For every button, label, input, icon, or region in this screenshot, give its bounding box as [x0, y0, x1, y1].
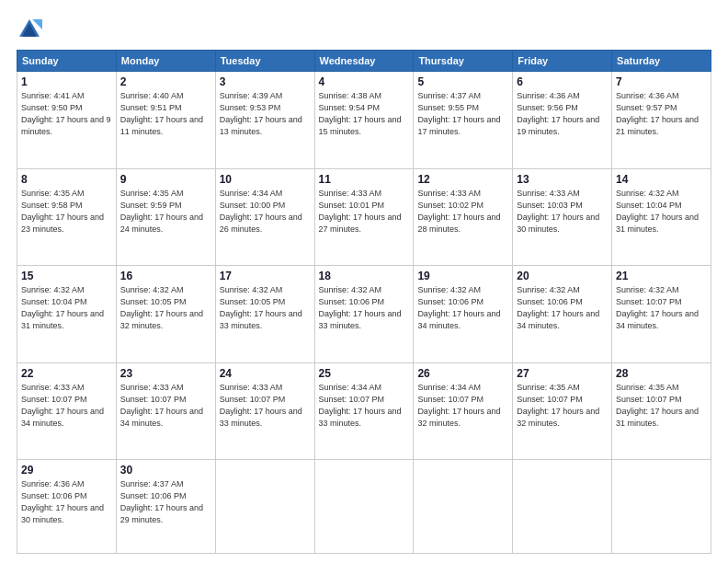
calendar-cell: 13 Sunrise: 4:33 AMSunset: 10:03 PMDayli…	[513, 168, 612, 266]
calendar-cell: 1 Sunrise: 4:41 AMSunset: 9:50 PMDayligh…	[17, 72, 117, 169]
day-number: 20	[517, 270, 608, 282]
calendar-cell	[314, 460, 414, 554]
day-number: 29	[21, 464, 112, 477]
calendar-week-row: 1 Sunrise: 4:41 AMSunset: 9:50 PMDayligh…	[17, 72, 711, 169]
day-number: 6	[517, 75, 608, 88]
day-info: Sunrise: 4:34 AMSunset: 10:07 PMDaylight…	[319, 383, 402, 428]
day-number: 28	[616, 367, 707, 380]
calendar-cell: 18 Sunrise: 4:32 AMSunset: 10:06 PMDayli…	[314, 266, 414, 363]
day-info: Sunrise: 4:35 AMSunset: 10:07 PMDaylight…	[616, 383, 699, 428]
day-header-saturday: Saturday	[612, 51, 711, 72]
day-number: 21	[616, 270, 707, 282]
calendar-header-row: SundayMondayTuesdayWednesdayThursdayFrid…	[17, 51, 711, 72]
day-number: 1	[21, 75, 112, 88]
day-info: Sunrise: 4:32 AMSunset: 10:06 PMDaylight…	[517, 285, 599, 330]
day-number: 12	[417, 173, 508, 186]
day-number: 18	[319, 270, 410, 282]
calendar-cell: 26 Sunrise: 4:34 AMSunset: 10:07 PMDayli…	[414, 362, 513, 460]
day-number: 10	[220, 173, 311, 186]
day-info: Sunrise: 4:40 AMSunset: 9:51 PMDaylight:…	[120, 91, 203, 136]
calendar-cell	[414, 460, 513, 554]
day-info: Sunrise: 4:32 AMSunset: 10:04 PMDaylight…	[21, 285, 104, 330]
day-header-tuesday: Tuesday	[215, 51, 314, 72]
day-info: Sunrise: 4:37 AMSunset: 9:55 PMDaylight:…	[417, 91, 500, 136]
day-info: Sunrise: 4:33 AMSunset: 10:01 PMDaylight…	[319, 189, 402, 234]
calendar-cell: 10 Sunrise: 4:34 AMSunset: 10:00 PMDayli…	[215, 168, 314, 266]
calendar-cell: 17 Sunrise: 4:32 AMSunset: 10:05 PMDayli…	[215, 266, 314, 363]
day-info: Sunrise: 4:35 AMSunset: 9:59 PMDaylight:…	[120, 189, 203, 234]
day-number: 7	[616, 75, 707, 88]
day-info: Sunrise: 4:36 AMSunset: 9:57 PMDaylight:…	[616, 91, 699, 136]
day-number: 26	[417, 367, 508, 380]
day-info: Sunrise: 4:35 AMSunset: 10:07 PMDaylight…	[517, 383, 599, 428]
day-info: Sunrise: 4:32 AMSunset: 10:05 PMDaylight…	[220, 285, 302, 330]
day-info: Sunrise: 4:33 AMSunset: 10:07 PMDaylight…	[21, 383, 104, 428]
calendar-table: SundayMondayTuesdayWednesdayThursdayFrid…	[17, 50, 711, 554]
calendar-cell: 11 Sunrise: 4:33 AMSunset: 10:01 PMDayli…	[314, 168, 414, 266]
calendar-cell: 30 Sunrise: 4:37 AMSunset: 10:06 PMDayli…	[116, 460, 215, 554]
calendar-week-row: 8 Sunrise: 4:35 AMSunset: 9:58 PMDayligh…	[17, 168, 711, 266]
calendar-cell: 19 Sunrise: 4:32 AMSunset: 10:06 PMDayli…	[414, 266, 513, 363]
day-header-sunday: Sunday	[17, 51, 117, 72]
day-info: Sunrise: 4:35 AMSunset: 9:58 PMDaylight:…	[21, 189, 104, 234]
calendar-cell: 9 Sunrise: 4:35 AMSunset: 9:59 PMDayligh…	[116, 168, 215, 266]
day-number: 25	[319, 367, 410, 380]
calendar-cell: 27 Sunrise: 4:35 AMSunset: 10:07 PMDayli…	[513, 362, 612, 460]
calendar-cell: 12 Sunrise: 4:33 AMSunset: 10:02 PMDayli…	[414, 168, 513, 266]
day-header-thursday: Thursday	[414, 51, 513, 72]
calendar-cell: 7 Sunrise: 4:36 AMSunset: 9:57 PMDayligh…	[612, 72, 711, 169]
day-info: Sunrise: 4:32 AMSunset: 10:06 PMDaylight…	[417, 285, 500, 330]
calendar-cell: 4 Sunrise: 4:38 AMSunset: 9:54 PMDayligh…	[314, 72, 414, 169]
day-header-monday: Monday	[116, 51, 215, 72]
calendar-cell: 15 Sunrise: 4:32 AMSunset: 10:04 PMDayli…	[17, 266, 117, 363]
day-number: 22	[21, 367, 112, 380]
calendar-cell: 14 Sunrise: 4:32 AMSunset: 10:04 PMDayli…	[612, 168, 711, 266]
day-info: Sunrise: 4:36 AMSunset: 10:06 PMDaylight…	[21, 479, 104, 524]
day-number: 2	[120, 75, 211, 88]
calendar-cell: 29 Sunrise: 4:36 AMSunset: 10:06 PMDayli…	[17, 460, 117, 554]
calendar-cell: 22 Sunrise: 4:33 AMSunset: 10:07 PMDayli…	[17, 362, 117, 460]
calendar-cell: 25 Sunrise: 4:34 AMSunset: 10:07 PMDayli…	[314, 362, 414, 460]
day-number: 8	[21, 173, 112, 186]
day-number: 23	[120, 367, 211, 380]
calendar-cell: 6 Sunrise: 4:36 AMSunset: 9:56 PMDayligh…	[513, 72, 612, 169]
calendar-cell: 24 Sunrise: 4:33 AMSunset: 10:07 PMDayli…	[215, 362, 314, 460]
logo	[17, 17, 46, 42]
day-number: 4	[319, 75, 410, 88]
day-info: Sunrise: 4:39 AMSunset: 9:53 PMDaylight:…	[220, 91, 302, 136]
calendar-cell: 8 Sunrise: 4:35 AMSunset: 9:58 PMDayligh…	[17, 168, 117, 266]
header	[17, 17, 711, 42]
calendar-cell: 2 Sunrise: 4:40 AMSunset: 9:51 PMDayligh…	[116, 72, 215, 169]
calendar-cell: 21 Sunrise: 4:32 AMSunset: 10:07 PMDayli…	[612, 266, 711, 363]
day-number: 9	[120, 173, 211, 186]
day-info: Sunrise: 4:33 AMSunset: 10:07 PMDaylight…	[220, 383, 302, 428]
calendar-cell: 16 Sunrise: 4:32 AMSunset: 10:05 PMDayli…	[116, 266, 215, 363]
day-number: 3	[220, 75, 311, 88]
day-info: Sunrise: 4:32 AMSunset: 10:04 PMDaylight…	[616, 189, 699, 234]
day-number: 19	[417, 270, 508, 282]
day-info: Sunrise: 4:32 AMSunset: 10:05 PMDaylight…	[120, 285, 203, 330]
day-number: 16	[120, 270, 211, 282]
day-info: Sunrise: 4:34 AMSunset: 10:07 PMDaylight…	[417, 383, 500, 428]
day-number: 14	[616, 173, 707, 186]
day-number: 30	[120, 464, 211, 477]
calendar-cell: 28 Sunrise: 4:35 AMSunset: 10:07 PMDayli…	[612, 362, 711, 460]
calendar-cell	[215, 460, 314, 554]
calendar-cell	[513, 460, 612, 554]
day-info: Sunrise: 4:32 AMSunset: 10:06 PMDaylight…	[319, 285, 402, 330]
day-info: Sunrise: 4:37 AMSunset: 10:06 PMDaylight…	[120, 479, 203, 524]
calendar-cell: 23 Sunrise: 4:33 AMSunset: 10:07 PMDayli…	[116, 362, 215, 460]
day-header-wednesday: Wednesday	[314, 51, 414, 72]
calendar-cell	[612, 460, 711, 554]
day-header-friday: Friday	[513, 51, 612, 72]
day-info: Sunrise: 4:36 AMSunset: 9:56 PMDaylight:…	[517, 91, 599, 136]
calendar-week-row: 22 Sunrise: 4:33 AMSunset: 10:07 PMDayli…	[17, 362, 711, 460]
day-info: Sunrise: 4:32 AMSunset: 10:07 PMDaylight…	[616, 285, 699, 330]
calendar-cell: 20 Sunrise: 4:32 AMSunset: 10:06 PMDayli…	[513, 266, 612, 363]
logo-icon	[17, 17, 42, 42]
day-info: Sunrise: 4:34 AMSunset: 10:00 PMDaylight…	[220, 189, 302, 234]
day-number: 24	[220, 367, 311, 380]
day-number: 17	[220, 270, 311, 282]
calendar-week-row: 15 Sunrise: 4:32 AMSunset: 10:04 PMDayli…	[17, 266, 711, 363]
day-info: Sunrise: 4:38 AMSunset: 9:54 PMDaylight:…	[319, 91, 402, 136]
